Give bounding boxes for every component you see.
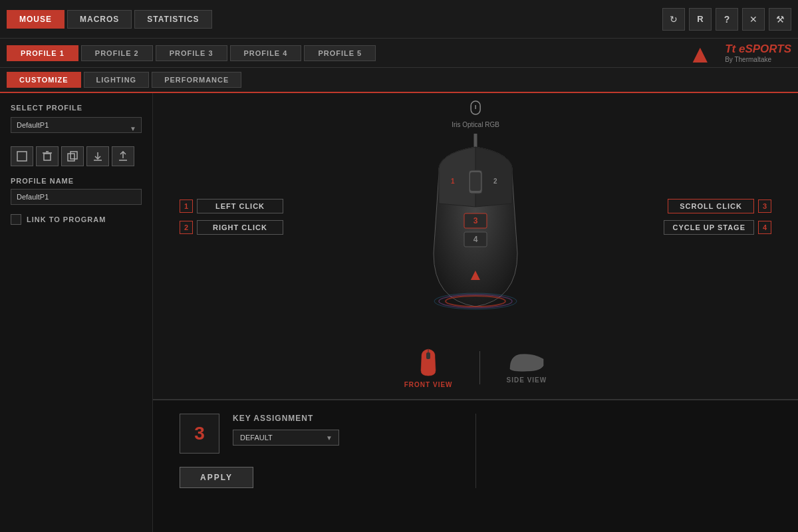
view-divider xyxy=(479,351,480,384)
svg-rect-2 xyxy=(44,154,51,160)
left-button-labels: 1 LEFT CLICK 2 RIGHT CLICK xyxy=(180,199,283,235)
delete-profile-btn[interactable] xyxy=(36,146,59,166)
left-click-label[interactable]: 1 LEFT CLICK xyxy=(180,199,283,213)
right-click-label[interactable]: 2 RIGHT CLICK xyxy=(180,220,283,235)
svg-text:1: 1 xyxy=(451,178,455,185)
mouse-svg: 3 4 ▲ 1 2 xyxy=(419,134,532,320)
btn-num-3: 3 xyxy=(758,200,771,213)
key-assignment-section: 3 KEY ASSIGNMENT DEFAULT MOUSE BUTTON KE… xyxy=(180,414,456,454)
mouse-svg-container: 3 4 ▲ 1 2 xyxy=(419,134,532,320)
front-view-btn[interactable]: FRONT VIEW xyxy=(404,347,453,388)
mouse-name-label: Iris Optical RGB xyxy=(452,121,499,128)
profile-dropdown[interactable]: DefaultP1 Profile 2 Profile 3 xyxy=(11,117,142,133)
link-checkbox[interactable] xyxy=(11,214,21,225)
profile-3-btn[interactable]: PROFILE 3 xyxy=(156,45,227,61)
key-assign-dropdown[interactable]: DEFAULT MOUSE BUTTON KEYBOARD MULTIMEDIA… xyxy=(233,430,339,446)
svg-text:▲: ▲ xyxy=(467,265,483,283)
action-buttons xyxy=(11,146,142,166)
copy-profile-btn[interactable] xyxy=(61,146,84,166)
svg-rect-5 xyxy=(68,154,74,161)
profile-5-btn[interactable]: PROFILE 5 xyxy=(304,45,376,61)
bottom-panel: 3 KEY ASSIGNMENT DEFAULT MOUSE BUTTON KE… xyxy=(153,399,798,532)
cycle-up-stage-label[interactable]: 4 CYCLE UP STAGE xyxy=(664,220,771,235)
view-section: FRONT VIEW SIDE VIEW xyxy=(404,340,547,399)
profile-name-input[interactable] xyxy=(11,189,142,205)
side-view-btn[interactable]: SIDE VIEW xyxy=(507,352,547,384)
svg-rect-15 xyxy=(470,172,481,191)
svg-text:2: 2 xyxy=(493,178,497,185)
svg-text:3: 3 xyxy=(473,216,478,225)
profile-2-btn[interactable]: PROFILE 2 xyxy=(81,45,153,61)
side-view-icon xyxy=(507,352,547,372)
export-profile-btn[interactable] xyxy=(112,146,134,166)
nav-statistics[interactable]: STATISTICS xyxy=(134,10,211,29)
tab-customize[interactable]: CUSTOMIZE xyxy=(7,72,81,88)
bottom-inner: 3 KEY ASSIGNMENT DEFAULT MOUSE BUTTON KE… xyxy=(180,414,771,488)
help-icon-btn[interactable]: ? xyxy=(716,8,738,31)
key-assignment-label: KEY ASSIGNMENT xyxy=(233,414,339,423)
main-content: SELECT PROFILE DefaultP1 Profile 2 Profi… xyxy=(0,93,798,532)
center-area: Iris Optical RGB 1 LEFT CLICK 2 RIGHT CL… xyxy=(153,93,798,532)
profile-name-label: PROFILE NAME xyxy=(11,177,142,185)
mouse-top-label: Iris Optical RGB xyxy=(452,100,499,128)
scroll-click-label[interactable]: 3 SCROLL CLICK xyxy=(664,199,771,213)
apply-button[interactable]: APPLY xyxy=(180,467,253,488)
key-assign-right: KEY ASSIGNMENT DEFAULT MOUSE BUTTON KEYB… xyxy=(233,414,339,446)
tt-logo: ▲ Tt eSPORTS By Thermaltake xyxy=(686,39,791,68)
settings-icon-btn[interactable]: ⚒ xyxy=(769,8,791,31)
link-to-program[interactable]: LINK TO PROGRAM xyxy=(11,214,142,225)
front-view-label: FRONT VIEW xyxy=(404,381,453,388)
front-view-icon xyxy=(418,347,438,377)
record-icon-btn[interactable]: R xyxy=(689,8,712,31)
svg-text:▲: ▲ xyxy=(688,40,713,68)
svg-rect-1 xyxy=(17,152,27,161)
svg-rect-27 xyxy=(426,352,430,359)
btn-num-1: 1 xyxy=(180,200,193,213)
bottom-right xyxy=(476,414,772,488)
btn-num-2: 2 xyxy=(180,221,193,234)
bottom-left: 3 KEY ASSIGNMENT DEFAULT MOUSE BUTTON KE… xyxy=(180,414,476,488)
link-program-label: LINK TO PROGRAM xyxy=(27,215,106,223)
svg-text:4: 4 xyxy=(473,235,478,244)
nav-mouse[interactable]: MOUSE xyxy=(7,10,65,29)
tt-logo-icon: ▲ xyxy=(686,39,720,68)
new-profile-btn[interactable] xyxy=(11,146,33,166)
import-profile-btn[interactable] xyxy=(86,146,109,166)
top-bar: MOUSE MACROS STATISTICS ↻ R ? ✕ ⚒ xyxy=(0,0,798,39)
right-click-text: RIGHT CLICK xyxy=(197,220,283,235)
tt-esports-label: Tt eSPORTS xyxy=(725,43,791,56)
profile-dropdown-wrapper: DefaultP1 Profile 2 Profile 3 xyxy=(11,117,142,140)
scroll-click-text: SCROLL CLICK xyxy=(668,199,754,213)
mouse-diagram: Iris Optical RGB 1 LEFT CLICK 2 RIGHT CL… xyxy=(153,93,798,340)
profile-1-btn[interactable]: PROFILE 1 xyxy=(7,45,78,61)
right-button-labels: 3 SCROLL CLICK 4 CYCLE UP STAGE xyxy=(664,199,771,235)
selected-key-number: 3 xyxy=(180,414,219,454)
key-assign-dropdown-wrapper: DEFAULT MOUSE BUTTON KEYBOARD MULTIMEDIA… xyxy=(233,430,339,446)
btn-num-4: 4 xyxy=(758,221,771,234)
close-icon-btn[interactable]: ✕ xyxy=(742,8,765,31)
nav-macros[interactable]: MACROS xyxy=(67,10,132,29)
tab-performance[interactable]: PERFORMANCE xyxy=(152,72,241,88)
cycle-up-stage-text: CYCLE UP STAGE xyxy=(664,220,754,235)
profile-bar: PROFILE 1 PROFILE 2 PROFILE 3 PROFILE 4 … xyxy=(0,39,798,68)
select-profile-label: SELECT PROFILE xyxy=(11,104,142,112)
sidebar: SELECT PROFILE DefaultP1 Profile 2 Profi… xyxy=(0,93,153,532)
top-right-icons: ↻ R ? ✕ ⚒ xyxy=(662,8,791,31)
left-click-text: LEFT CLICK xyxy=(197,199,283,213)
tab-lighting[interactable]: LIGHTING xyxy=(84,72,150,88)
refresh-icon-btn[interactable]: ↻ xyxy=(662,8,685,31)
tt-thermaltake-label: By Thermaltake xyxy=(725,56,791,63)
mouse-icon-small xyxy=(469,100,482,118)
tab-bar: CUSTOMIZE LIGHTING PERFORMANCE xyxy=(0,68,798,93)
profile-4-btn[interactable]: PROFILE 4 xyxy=(230,45,302,61)
svg-rect-6 xyxy=(70,152,77,159)
side-view-label: SIDE VIEW xyxy=(507,376,547,384)
